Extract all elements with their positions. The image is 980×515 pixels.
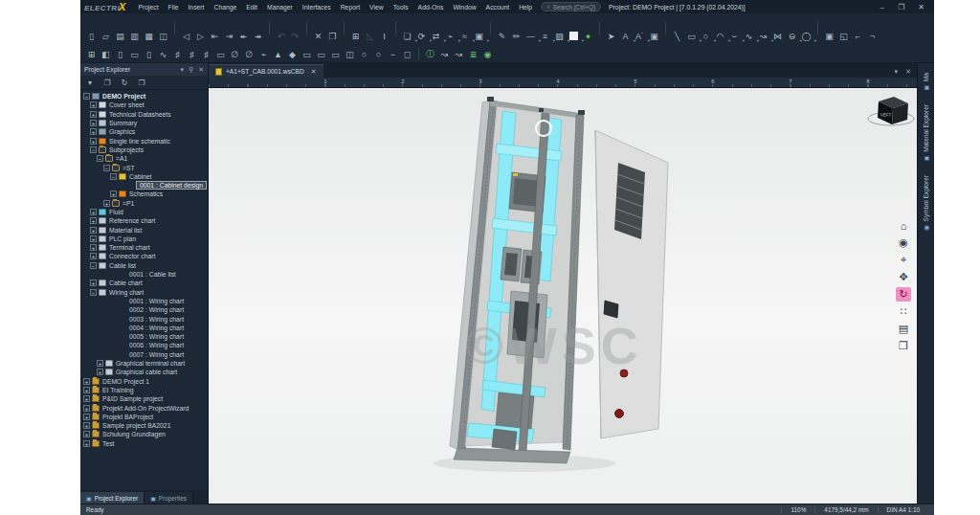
mounting-rail-3[interactable]: ♯ bbox=[199, 47, 213, 61]
last-page[interactable]: ⇥ bbox=[222, 29, 236, 43]
frame-2[interactable]: ¬ bbox=[865, 29, 880, 43]
tree-item[interactable]: + =P1 bbox=[80, 199, 208, 208]
render-mode[interactable]: ● bbox=[581, 29, 595, 43]
view-mode[interactable]: ◉ bbox=[896, 235, 911, 250]
expand-toggle-icon[interactable]: + bbox=[90, 120, 97, 126]
wire-duct[interactable]: ∿ bbox=[156, 47, 170, 61]
close-view[interactable]: ❒ bbox=[896, 339, 911, 353]
maximize-button[interactable]: ❐ bbox=[898, 3, 904, 11]
tab-ma[interactable]: ▣ Ma bbox=[923, 73, 929, 91]
close-panel-icon[interactable]: ✕ bbox=[198, 66, 204, 73]
drill-1[interactable]: ∅ bbox=[228, 47, 242, 61]
tree-item[interactable]: + Summary bbox=[80, 119, 208, 127]
tree-item[interactable]: − Cable list bbox=[80, 261, 208, 270]
menu-manager[interactable]: Manager bbox=[262, 2, 298, 12]
new-folder[interactable]: ❐ bbox=[101, 77, 113, 88]
draw-spline[interactable]: ∿ bbox=[742, 29, 756, 43]
wire[interactable]: ⌁ bbox=[443, 29, 457, 43]
rotate[interactable]: ⟳ bbox=[414, 29, 429, 43]
insert-symbol[interactable]: ⊞ bbox=[84, 47, 99, 61]
tab-properties[interactable]: ▣ Properties bbox=[145, 492, 193, 504]
draw-circle-2[interactable]: ◯ bbox=[799, 29, 813, 43]
tree-item[interactable]: − =ST bbox=[80, 163, 208, 171]
box-2[interactable]: ▭ bbox=[314, 47, 328, 61]
draw-circle[interactable]: ○ bbox=[699, 29, 713, 43]
menu-project[interactable]: Project bbox=[133, 2, 163, 12]
select[interactable]: ➤ bbox=[604, 29, 618, 43]
tree-item[interactable]: 0006 : Wiring chart bbox=[80, 341, 208, 349]
refresh[interactable]: ↻ bbox=[119, 77, 130, 88]
node-edit[interactable]: ⋈ bbox=[770, 29, 785, 43]
search-input[interactable]: ⌕ Search (Ctrl+Q) bbox=[541, 2, 601, 11]
tree-item[interactable]: − Wiring chart bbox=[80, 288, 208, 297]
expand-toggle-icon[interactable]: + bbox=[83, 414, 90, 420]
image[interactable]: ▣ bbox=[647, 29, 661, 43]
tree-item[interactable]: − DEMO Project bbox=[80, 92, 208, 101]
draw-freehand[interactable]: ↝ bbox=[756, 29, 770, 43]
expand-toggle-icon[interactable]: − bbox=[90, 146, 97, 153]
nav-back[interactable]: ◁ bbox=[179, 29, 193, 43]
door[interactable]: ▯ bbox=[142, 47, 156, 61]
draw-arc-3p[interactable]: ⌣ bbox=[727, 29, 742, 43]
menu-addons[interactable]: Add-Ons bbox=[413, 2, 449, 12]
save-as[interactable]: ▥ bbox=[127, 29, 142, 43]
tree-item[interactable]: + Material list bbox=[80, 225, 208, 234]
hole-2[interactable]: ○ bbox=[371, 47, 386, 61]
filter-dropdown[interactable]: ▾ bbox=[84, 77, 96, 88]
route-auto[interactable]: ↝ bbox=[437, 47, 452, 61]
tab-close-icon[interactable]: ✕ bbox=[311, 68, 317, 76]
tree-item[interactable]: + Projekt BAProject bbox=[80, 413, 208, 421]
minimize-button[interactable]: – bbox=[880, 3, 884, 11]
draw-rect[interactable]: ▭ bbox=[684, 29, 699, 43]
menu-account[interactable]: Account bbox=[481, 2, 515, 12]
menu-insert[interactable]: Insert bbox=[183, 2, 209, 12]
3d-viewport[interactable]: LEFT ©WSC ⌂◉⌖✥↻∷▤❒ bbox=[209, 88, 917, 504]
zoom-fit[interactable]: ∷ bbox=[896, 304, 911, 319]
expand-toggle-icon[interactable]: + bbox=[83, 440, 90, 447]
expand-toggle-icon[interactable]: + bbox=[90, 111, 97, 118]
expand-toggle-icon[interactable]: + bbox=[83, 387, 90, 393]
copy[interactable]: ❐ bbox=[325, 29, 340, 43]
tree-item[interactable]: − Subprojects bbox=[80, 146, 208, 154]
tree-item[interactable]: + Schulung Grundlagen bbox=[80, 430, 208, 438]
expand-toggle-icon[interactable]: − bbox=[97, 155, 103, 162]
expand-toggle-icon[interactable]: + bbox=[90, 101, 97, 108]
home-view[interactable]: ⌂ bbox=[896, 218, 911, 233]
new-document[interactable]: ▯ bbox=[84, 29, 99, 43]
menu-window[interactable]: Window bbox=[448, 2, 480, 12]
text-attribute[interactable]: A˙ bbox=[633, 29, 647, 43]
tree-item[interactable]: + Graphics bbox=[80, 127, 208, 136]
expand-toggle-icon[interactable]: + bbox=[83, 405, 90, 412]
menu-interfaces[interactable]: Interfaces bbox=[298, 2, 336, 12]
menu-help[interactable]: Help bbox=[514, 2, 537, 12]
save-all[interactable]: ▦ bbox=[142, 29, 156, 43]
expand-toggle-icon[interactable]: + bbox=[90, 128, 97, 135]
expand-toggle-icon[interactable]: − bbox=[90, 289, 97, 296]
save[interactable]: ▤ bbox=[113, 29, 127, 43]
expand-toggle-icon[interactable]: + bbox=[110, 190, 117, 197]
box-3[interactable]: ▭ bbox=[328, 47, 343, 61]
menu-change[interactable]: Change bbox=[209, 2, 241, 12]
zoom[interactable]: ⌖ bbox=[896, 253, 911, 267]
tree-item[interactable]: + PLC plan bbox=[80, 235, 208, 243]
close-button[interactable]: ✕ bbox=[918, 3, 924, 11]
undo[interactable]: ↶ bbox=[274, 29, 288, 43]
expand-toggle-icon[interactable]: − bbox=[110, 173, 117, 180]
cabinet[interactable]: ▯ bbox=[113, 47, 127, 61]
tree-item[interactable]: 0001 : Cable list bbox=[80, 270, 208, 279]
enclosure[interactable]: ▭ bbox=[127, 47, 142, 61]
macro[interactable]: ≈ bbox=[457, 29, 472, 43]
save-view[interactable]: ▤ bbox=[896, 322, 911, 336]
tree-item[interactable]: + Graphical terminal chart bbox=[80, 359, 208, 368]
fill-color[interactable]: □ bbox=[567, 29, 581, 43]
expand-toggle-icon[interactable]: + bbox=[83, 395, 90, 402]
hole-1[interactable]: ○ bbox=[357, 47, 371, 61]
draw-line[interactable]: ╲ bbox=[670, 29, 684, 43]
line-width[interactable]: ≡ bbox=[538, 29, 552, 43]
tree-item[interactable]: + Schematics bbox=[80, 190, 208, 198]
draw-ellipse[interactable]: ⊖ bbox=[785, 29, 799, 43]
tree-item[interactable]: 0003 : Wiring chart bbox=[80, 314, 208, 323]
move[interactable]: ❏ bbox=[400, 29, 414, 43]
rotate-3d[interactable]: ↻ bbox=[896, 287, 911, 302]
box-1[interactable]: ▭ bbox=[300, 47, 314, 61]
